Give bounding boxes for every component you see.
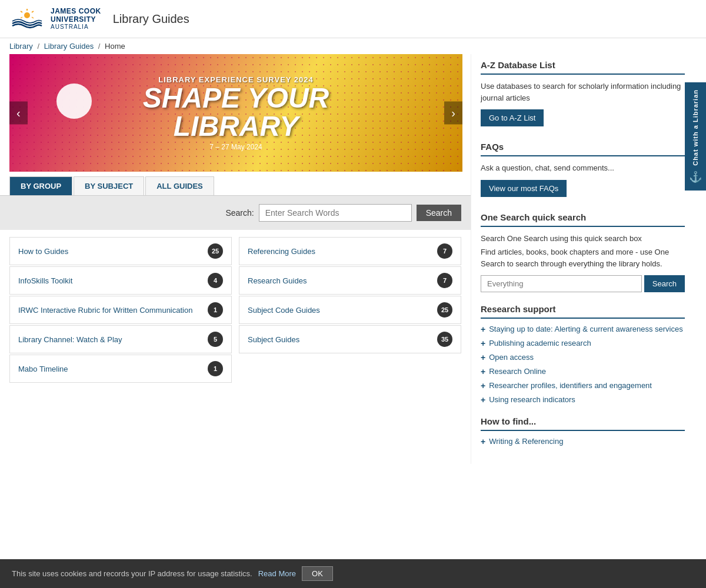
one-search-title: One Search quick search: [481, 212, 685, 227]
list-item[interactable]: Subject Code Guides 25: [239, 296, 461, 324]
how-to-find-title: How to find...: [481, 416, 685, 431]
jcu-chat-logo-icon: ⚓: [689, 171, 702, 183]
banner-decoration-circle: [56, 83, 92, 119]
banner-main-text: SHAPE YOURLIBRARY: [143, 84, 329, 141]
search-bar: Search: Search: [0, 196, 471, 230]
list-item[interactable]: Library Channel: Watch & Play 5: [9, 325, 232, 353]
guide-link[interactable]: IRWC Interactive Rubric for Written Comm…: [18, 306, 192, 315]
guide-link[interactable]: Referencing Guides: [248, 247, 315, 256]
breadcrumb-sep2: /: [98, 42, 101, 51]
plus-icon-4: +: [481, 381, 485, 390]
research-support-link-label-3: Research Online: [489, 367, 546, 376]
guide-link[interactable]: InfoSkills Toolkit: [18, 276, 72, 285]
breadcrumb-library-guides[interactable]: Library Guides: [44, 42, 94, 51]
one-search-desc1: Search One Search using this quick searc…: [481, 233, 685, 245]
tab-by-subject[interactable]: BY SUBJECT: [74, 176, 144, 195]
guide-link[interactable]: Research Guides: [248, 276, 307, 285]
banner-wrapper: ‹ LIBRARY EXPERIENCE SURVEY 2024 SHAPE Y…: [0, 54, 471, 172]
how-to-find-link-label-0: Writing & Referencing: [489, 437, 563, 446]
one-search-input[interactable]: [481, 275, 642, 292]
breadcrumb-home: Home: [105, 42, 125, 51]
guide-link[interactable]: Mabo Timeline: [18, 365, 68, 373]
az-database-section: A-Z Database List Use databases to searc…: [481, 60, 685, 130]
research-support-link-label-5: Using research indicators: [489, 395, 575, 404]
research-support-link-0[interactable]: + Staying up to date: Alerting & current…: [481, 325, 685, 334]
guide-count: 25: [437, 302, 452, 318]
one-search-desc2: Find articles, books, book chapters and …: [481, 246, 685, 269]
one-search-input-row: Search: [481, 275, 685, 292]
how-to-find-section: How to find... + Writing & Referencing: [481, 416, 685, 446]
guide-link[interactable]: Library Channel: Watch & Play: [18, 335, 122, 344]
plus-icon-5: +: [481, 395, 485, 405]
tab-by-group[interactable]: BY GROUP: [9, 176, 72, 195]
plus-icon-3: +: [481, 367, 485, 376]
guide-link[interactable]: How to Guides: [18, 247, 68, 256]
research-support-link-2[interactable]: + Open access: [481, 353, 685, 362]
research-support-link-label-4: Researcher profiles, identifiers and eng…: [489, 381, 652, 390]
research-support-link-4[interactable]: + Researcher profiles, identifiers and e…: [481, 381, 685, 390]
list-item[interactable]: How to Guides 25: [9, 237, 232, 265]
guide-count: 25: [208, 243, 223, 259]
faq-title: FAQs: [481, 142, 685, 156]
site-header: JAMES COOK UNIVERSITY AUSTRALIA Library …: [0, 0, 706, 38]
svg-point-1: [24, 12, 30, 18]
logo-area: JAMES COOK UNIVERSITY AUSTRALIA: [9, 6, 101, 32]
guide-count: 7: [437, 273, 452, 288]
breadcrumb-sep1: /: [37, 42, 39, 51]
research-support-link-5[interactable]: + Using research indicators: [481, 395, 685, 405]
research-support-link-3[interactable]: + Research Online: [481, 367, 685, 376]
plus-icon-2: +: [481, 353, 485, 362]
plus-icon-0: +: [481, 325, 485, 334]
plus-icon-1: +: [481, 339, 485, 348]
search-label: Search:: [225, 208, 254, 218]
banner-date-text: 7 – 27 May 2024: [209, 143, 262, 151]
list-item[interactable]: Research Guides 7: [239, 266, 461, 295]
university-name: JAMES COOK: [51, 7, 101, 15]
page-title: Library Guides: [113, 12, 189, 26]
research-support-link-1[interactable]: + Publishing academic research: [481, 339, 685, 348]
tab-all-guides[interactable]: ALL GUIDES: [145, 176, 214, 195]
guide-count: 1: [208, 361, 223, 376]
research-support-link-label-0: Staying up to date: Alerting & current a…: [489, 325, 683, 333]
one-search-section: One Search quick search Search One Searc…: [481, 212, 685, 293]
guides-grid: How to Guides 25 InfoSkills Toolkit 4 IR…: [0, 230, 471, 390]
research-support-title: Research support: [481, 304, 685, 319]
faq-button[interactable]: View our most FAQs: [481, 180, 567, 197]
banner: ‹ LIBRARY EXPERIENCE SURVEY 2024 SHAPE Y…: [9, 54, 462, 172]
research-support-link-label-2: Open access: [489, 353, 534, 362]
list-item[interactable]: Referencing Guides 7: [239, 237, 461, 265]
chat-widget-label: Chat with a Librarian: [692, 89, 699, 166]
guide-count: 1: [208, 302, 223, 318]
list-item[interactable]: Mabo Timeline 1: [9, 355, 232, 383]
research-support-link-label-1: Publishing academic research: [489, 339, 591, 348]
az-database-button[interactable]: Go to A-Z List: [481, 109, 544, 126]
search-input[interactable]: [259, 204, 412, 222]
guides-right-column: Referencing Guides 7 Research Guides 7 S…: [239, 237, 461, 383]
how-to-find-plus-icon: +: [481, 437, 485, 446]
breadcrumb-library[interactable]: Library: [9, 42, 33, 51]
faq-desc: Ask a question, chat, send comments...: [481, 162, 685, 174]
guide-link[interactable]: Subject Code Guides: [248, 306, 320, 315]
az-database-desc: Use databases to search for scholarly in…: [481, 81, 685, 103]
guide-count: 5: [208, 332, 223, 347]
chat-widget[interactable]: Chat with a Librarian ⚓: [685, 82, 706, 191]
banner-next-button[interactable]: ›: [444, 102, 462, 125]
one-search-button[interactable]: Search: [644, 275, 685, 292]
banner-prev-button[interactable]: ‹: [9, 102, 28, 125]
guide-count: 7: [437, 243, 452, 259]
main-layout: ‹ LIBRARY EXPERIENCE SURVEY 2024 SHAPE Y…: [0, 54, 706, 464]
guide-count: 4: [208, 273, 223, 288]
left-column: ‹ LIBRARY EXPERIENCE SURVEY 2024 SHAPE Y…: [0, 54, 471, 464]
list-item[interactable]: IRWC Interactive Rubric for Written Comm…: [9, 296, 232, 324]
faq-section: FAQs Ask a question, chat, send comments…: [481, 142, 685, 201]
guide-count: 35: [437, 332, 452, 347]
search-button[interactable]: Search: [417, 205, 461, 221]
research-support-section: Research support + Staying up to date: A…: [481, 304, 685, 405]
university-country: AUSTRALIA: [51, 24, 101, 31]
how-to-find-link-0[interactable]: + Writing & Referencing: [481, 437, 685, 446]
list-item[interactable]: InfoSkills Toolkit 4: [9, 266, 232, 295]
university-name2: UNIVERSITY: [51, 15, 101, 24]
guide-link[interactable]: Subject Guides: [248, 335, 299, 344]
breadcrumb: Library / Library Guides / Home: [0, 38, 706, 54]
list-item[interactable]: Subject Guides 35: [239, 325, 461, 353]
